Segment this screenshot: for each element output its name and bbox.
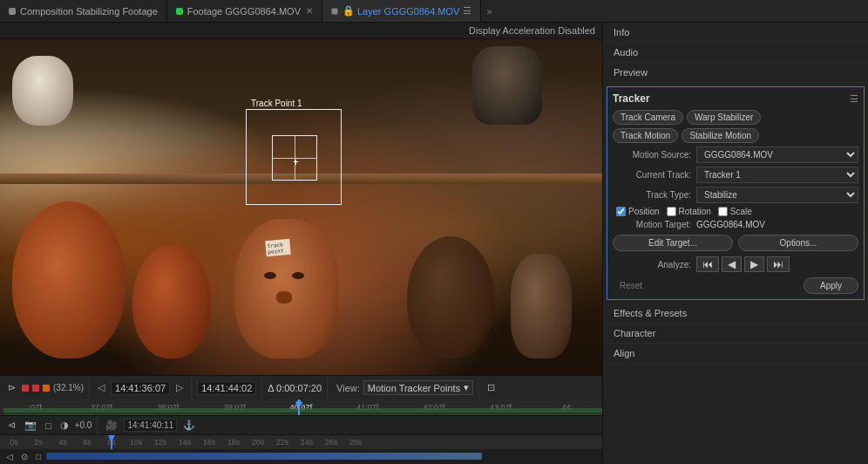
tracker-title: Tracker (613, 92, 650, 105)
scale-label: Scale (730, 207, 752, 216)
tl-collapse-btn[interactable]: ◁ (3, 451, 16, 462)
notification-text: Display Acceleration Disabled (469, 25, 595, 36)
bt-16s: 16s (197, 438, 221, 447)
snapshot-btn[interactable]: 📷 (22, 419, 39, 432)
edit-target-btn[interactable]: Edit Target... (613, 235, 733, 251)
tracker-checkbox-row: Position Rotation Scale (613, 207, 858, 216)
timecode-fwd-btn[interactable]: ▷ (173, 381, 186, 394)
view-select[interactable]: Motion Tracker Points ▾ (363, 380, 473, 395)
bt-4s: 4s (51, 438, 75, 447)
full-timeline[interactable]: 0s 2s 4s 6s 8s 10s 12s 14s 16s 18s 20s 2… (0, 434, 602, 464)
tab-overflow-btn[interactable]: » (481, 6, 497, 17)
reset-btn[interactable]: Reset (613, 278, 649, 293)
track-color-2 (32, 385, 39, 392)
timecode-end[interactable]: 14:41:44:02 (197, 381, 256, 395)
bt-22s: 22s (270, 438, 295, 447)
panel-btn[interactable]: ⊡ (485, 381, 498, 394)
face-sculpture: trackpoint (234, 219, 339, 358)
analyze-play-btn[interactable]: ▶ (744, 256, 764, 272)
analyze-label: Analyze: (613, 260, 691, 270)
tab-layer[interactable]: 🔒 Layer GGGG0864.MOV ☰ (322, 0, 481, 22)
main-area: Display Acceleration Disabled (0, 23, 868, 464)
track-point-label: Track Point 1 (251, 99, 302, 108)
timecode-start[interactable]: 14:41:36:07 (111, 381, 170, 395)
tab-footage[interactable]: Footage GGGG0864.MOV ✕ (167, 0, 322, 22)
divider-3 (261, 376, 262, 399)
divider-2 (191, 376, 192, 399)
current-track-row: Current Track: Tracker 1 (613, 167, 858, 183)
tl-icon2[interactable]: □ (33, 451, 44, 462)
rotation-checkbox[interactable] (667, 207, 676, 216)
position-checkbox[interactable] (616, 207, 626, 216)
tracker-btn-row-2: Track Motion Stabilize Motion (613, 128, 858, 143)
bt-20s: 20s (246, 438, 270, 447)
tracking-note: trackpoint (266, 239, 291, 257)
scale-checkbox-item: Scale (718, 207, 752, 216)
motion-target-row: Motion Target: GGGG0864.MOV (613, 220, 858, 229)
tab-layer-menu[interactable]: ☰ (463, 5, 471, 17)
pot-dark (407, 236, 494, 358)
exposure-btn[interactable]: ◑ (58, 419, 71, 432)
tracker-menu-icon[interactable]: ☰ (850, 93, 858, 105)
tracker-header: Tracker ☰ (613, 92, 858, 105)
timeline-top[interactable]: 0s 2s 4s 6s 8s 10s 12s 14s 16s 18s 20s 2… (0, 435, 602, 449)
align-section[interactable]: Align (603, 344, 868, 364)
track-camera-btn[interactable]: Track Camera (613, 110, 683, 125)
tab-comp[interactable]: Composition Stabilizing Footage (0, 0, 167, 22)
tab-dot-footage (176, 8, 183, 15)
anchor-btn[interactable]: ⚓ (180, 419, 198, 432)
track-type-row: Track Type: Stabilize (613, 187, 858, 203)
bt-12s: 12s (148, 438, 173, 447)
motion-source-select[interactable]: GGGG0864.MOV (696, 147, 858, 163)
view-select-arrow: ▾ (464, 382, 469, 393)
tracker-action-row: Edit Target... Options... (613, 235, 858, 251)
tl-icon1[interactable]: ⊙ (18, 451, 31, 462)
warp-stabilizer-btn[interactable]: Warp Stabilizer (687, 110, 761, 125)
character-section[interactable]: Character (603, 324, 868, 344)
analyze-rewind-btn[interactable]: ⏮ (696, 256, 719, 272)
video-panel: Display Acceleration Disabled (0, 23, 602, 464)
tracker-panel: Tracker ☰ Track Camera Warp Stabilizer T… (607, 86, 865, 300)
tab-footage-close[interactable]: ✕ (306, 6, 313, 16)
tab-dot-comp (9, 8, 16, 15)
track-type-select[interactable]: Stabilize (696, 187, 858, 203)
info-section[interactable]: Info (603, 23, 868, 43)
pot-large-left (12, 201, 125, 358)
scale-checkbox[interactable] (718, 207, 728, 216)
preview-section[interactable]: Preview (603, 63, 868, 83)
prev-frame-btn[interactable]: ⊳ (5, 381, 18, 394)
options-btn[interactable]: Options... (738, 235, 858, 251)
shelf-background: trackpoint Track Point 1 (0, 39, 602, 375)
zoom-value: (32.1%) (53, 383, 84, 392)
divider-5 (478, 376, 479, 399)
track-motion-btn[interactable]: Track Motion (613, 128, 678, 143)
effects-presets-section[interactable]: Effects & Presets (603, 304, 868, 324)
timeline-bottom[interactable]: ◁ ⊙ □ (0, 449, 602, 464)
bottom-playhead-head (108, 435, 115, 442)
status-timecode: 14:41:40:11 (124, 419, 177, 432)
track-box-inner: + (272, 135, 317, 181)
eye-socket-left (264, 272, 276, 279)
timecode-delta: Δ 0:00:07:20 (268, 383, 322, 393)
status-divider-1 (97, 416, 98, 434)
tab-comp-label: Composition Stabilizing Footage (20, 6, 158, 17)
analyze-row: Analyze: ⏮ ◀ ▶ ⏭ (613, 256, 858, 272)
video-viewport[interactable]: trackpoint Track Point 1 (0, 39, 602, 375)
timecode-nav-btn[interactable]: ◁ (95, 381, 107, 394)
motion-target-label: Motion Target: (613, 220, 691, 229)
bt-6s: 6s (75, 438, 99, 447)
audio-section[interactable]: Audio (603, 43, 868, 63)
divider-1 (89, 376, 90, 399)
stabilize-motion-btn[interactable]: Stabilize Motion (682, 128, 759, 143)
analyze-back-btn[interactable]: ◀ (722, 256, 742, 272)
current-track-select[interactable]: Tracker 1 (696, 167, 858, 183)
track-bar-green2 (3, 413, 602, 415)
show-snapshot-btn[interactable]: □ (43, 420, 54, 432)
analyze-forward-btn[interactable]: ⏭ (767, 256, 790, 272)
prev-comp-btn[interactable]: ⊲ (5, 419, 18, 432)
timeline-ruler[interactable]: :07f 37:07f 38:07f 39:07f 40:07f 41:07f … (0, 399, 602, 415)
camera-btn[interactable]: 🎥 (103, 419, 120, 432)
timeline-controls: ⊳ (32.1%) ◁ 14:41:36:07 ▷ 14:41:44:02 Δ … (0, 375, 602, 399)
apply-btn[interactable]: Apply (804, 277, 858, 294)
tab-layer-label: Layer GGGG0864.MOV (357, 6, 459, 17)
